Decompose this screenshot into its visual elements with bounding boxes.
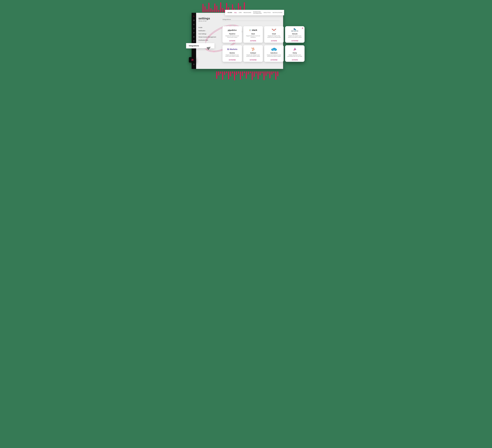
card-title: Netsuite [292, 33, 297, 35]
slack-logo: slack [249, 28, 257, 32]
activate-button[interactable]: ACTIVATE [229, 40, 235, 42]
activate-button[interactable]: ACTIVATE [292, 59, 298, 61]
share-icon[interactable] [193, 28, 195, 30]
svg-rect-29 [249, 30, 250, 30]
settings-nav: settings step up, set up! Profile Notifi… [196, 13, 219, 69]
hubspot-logo [251, 47, 255, 52]
funnel-icon[interactable] [193, 40, 195, 42]
help-icon[interactable] [193, 63, 195, 65]
card-title: Klenty [293, 52, 297, 54]
card-desc: Integrate with Pipedrive to sync events … [224, 35, 241, 40]
filter-tab-messaging[interactable]: MESSAGING [244, 12, 251, 13]
filter-label: FILTER: [228, 12, 232, 13]
card-pipedrive[interactable]: pipedrive Pipedrive Integrate with Piped… [223, 26, 242, 43]
svg-point-9 [194, 37, 194, 37]
card-title: Slack [251, 33, 255, 35]
svg-rect-37 [229, 49, 229, 50]
alert-icon [302, 27, 303, 29]
marketo-logo: Marketo [227, 47, 237, 52]
card-desc: Integrate with netsuite to sync events a… [287, 35, 303, 40]
search-icon[interactable] [193, 15, 195, 17]
activate-button[interactable]: ACTIVATE [271, 40, 277, 42]
library-icon[interactable] [193, 20, 195, 21]
nav-item-integrations-label: Integrations [189, 45, 199, 47]
svg-rect-35 [227, 49, 228, 50]
svg-rect-30 [250, 30, 250, 31]
svg-point-42 [252, 48, 252, 48]
activated-button[interactable]: ACTIVATED [229, 59, 236, 61]
card-desc: Integrate with HubSpot to sync events ac… [245, 54, 261, 59]
card-title: HubSpot [250, 52, 256, 54]
layers-icon[interactable] [193, 24, 195, 25]
card-title: Salesforce [270, 52, 277, 54]
svg-rect-5 [193, 20, 194, 21]
svg-point-40 [253, 48, 254, 48]
card-slack[interactable]: slack Slack Integrate with slack to send… [243, 26, 263, 43]
svg-point-27 [192, 60, 192, 61]
activated-button[interactable]: ACTIVATED [270, 59, 277, 61]
netsuite-logo: NETSUITE [291, 28, 298, 32]
svg-point-18 [194, 64, 194, 65]
svg-line-4 [194, 16, 195, 17]
nav-item-distribution[interactable]: Distribution lists [198, 39, 217, 42]
svg-marker-6 [193, 24, 195, 25]
target-icon[interactable] [193, 36, 195, 38]
svg-point-8 [193, 36, 195, 38]
salesforce-logo: salesforce [271, 47, 277, 52]
activated-button[interactable]: ACTIVATED [291, 40, 298, 42]
svg-rect-36 [228, 48, 228, 50]
gmail-logo [272, 28, 276, 32]
svg-marker-49 [293, 48, 296, 51]
svg-marker-10 [193, 41, 195, 42]
activated-button[interactable]: ACTIVATED [250, 59, 256, 61]
svg-point-38 [253, 49, 254, 50]
section-title: integrations [223, 18, 280, 21]
card-desc: Integrate with Marketo to sync events ac… [224, 54, 241, 59]
cursor-paperplane-icon [206, 47, 211, 51]
card-desc: Integrate with Klenty to sync personaliz… [287, 54, 303, 59]
nav-item-notification[interactable]: Notification [198, 29, 217, 32]
svg-rect-34 [295, 29, 296, 30]
svg-rect-31 [250, 30, 251, 30]
filter-bar: FILTER: ALL CRM MESSAGING MARKETING AUTO… [225, 10, 284, 15]
card-klenty[interactable]: Klenty Integrate with Klenty to sync per… [285, 45, 305, 62]
card-hubspot[interactable]: HubSpot Integrate with HubSpot to sync e… [243, 45, 263, 62]
svg-rect-28 [250, 29, 250, 30]
stage: settings step up, set up! Profile Notifi… [179, 0, 313, 90]
rail-active-bump[interactable] [189, 57, 196, 63]
filter-tab-marketing-automation[interactable]: MARKETING AUTOMATION [253, 11, 262, 14]
pipedrive-logo: pipedrive [228, 28, 236, 32]
card-title: Gmail [272, 33, 276, 35]
svg-point-3 [193, 16, 194, 17]
svg-point-23 [192, 59, 192, 59]
card-title: Marketo [230, 52, 235, 54]
nav-item-stream-access[interactable]: Stream Access Management [198, 35, 217, 39]
card-desc: Integrate with Salesforce to sync events… [266, 54, 282, 59]
card-salesforce[interactable]: salesforce Salesforce Integrate with Sal… [264, 45, 284, 62]
filter-tab-crm[interactable]: CRM [239, 12, 242, 13]
page-title: settings [198, 17, 217, 20]
svg-text:salesforce: salesforce [272, 49, 276, 50]
filter-tab-analytics[interactable]: ANALYTICS [264, 12, 271, 13]
card-desc: Integrate with Gmail to share content fr… [266, 35, 282, 40]
page-tagline: step up, set up! [198, 20, 217, 22]
activate-button[interactable]: ACTIVATE [250, 40, 256, 42]
nav-item-hub-settings[interactable]: Hub Settings [198, 32, 217, 35]
card-netsuite[interactable]: NETSUITE Netsuite Integrate with netsuit… [285, 26, 305, 43]
card-gmail[interactable]: Gmail Integrate with Gmail to share cont… [264, 26, 284, 43]
card-desc: Integrate with slack to send user notifi… [245, 35, 261, 40]
decorative-bars-bottom [216, 72, 278, 81]
card-title: Pipedrive [229, 33, 235, 35]
filter-tab-notifications[interactable]: NOTIFICATIONS [273, 12, 282, 13]
svg-point-25 [193, 60, 193, 60]
svg-point-44 [252, 50, 253, 51]
chat-icon[interactable] [193, 32, 195, 34]
nav-item-profile[interactable]: Profile [198, 26, 217, 29]
card-marketo[interactable]: Marketo Marketo Integrate with Marketo t… [223, 45, 242, 62]
klenty-logo [293, 47, 297, 52]
filter-tab-all[interactable]: ALL [234, 12, 237, 13]
